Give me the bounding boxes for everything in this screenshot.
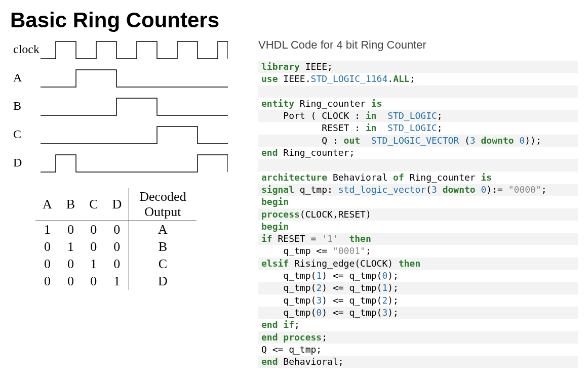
code-token: Ring_counter	[283, 147, 349, 158]
code-token: STD_LOGIC	[387, 110, 437, 121]
code-token: entity	[261, 98, 300, 109]
code-token: 0	[382, 270, 387, 281]
code-token: q_tmp(	[261, 307, 316, 318]
code-token: "0000"	[508, 184, 541, 195]
truth-header-b: B	[59, 188, 82, 221]
code-token: begin	[261, 221, 289, 232]
wave-row-a: A	[10, 67, 248, 88]
code-token: 3	[470, 135, 476, 146]
code-token: ):=	[486, 184, 508, 195]
code-token: ;	[322, 332, 327, 343]
code-token: ));	[525, 135, 541, 146]
table-row: 1000A	[35, 221, 197, 239]
wave-label-d: D	[10, 156, 41, 169]
code-token: q_tmp(	[261, 282, 316, 293]
truth-cell: 1	[105, 273, 129, 290]
code-block: library IEEE;use IEEE.STD_LOGIC_1164.ALL…	[258, 61, 578, 368]
code-token: then	[349, 233, 371, 244]
code-token: );	[387, 307, 399, 318]
code-token: STD_LOGIC	[387, 122, 437, 133]
code-line: q_tmp(2) <= q_tmp(1);	[258, 282, 578, 294]
code-token: .	[387, 73, 393, 84]
code-token: q_tmp <=	[261, 245, 333, 256]
truth-output-cell: C	[129, 256, 197, 273]
truth-cell: 0	[105, 238, 129, 256]
decoded-top: Decoded	[139, 189, 186, 204]
code-line: q_tmp(0) <= q_tmp(3);	[258, 307, 578, 319]
truth-header-decoded: Decoded Output	[129, 188, 197, 221]
code-token: out	[344, 135, 361, 146]
code-line: process(CLOCK,RESET)	[258, 208, 578, 221]
code-token: .	[305, 73, 311, 84]
signal-a-waveform-icon	[41, 67, 228, 88]
code-line: Q <= q_tmp;	[258, 344, 578, 356]
code-line: Port ( CLOCK : in STD_LOGIC;	[258, 110, 578, 122]
truth-cell: 1	[59, 238, 82, 256]
wave-row-d: D	[10, 152, 248, 173]
code-token: ;	[541, 184, 547, 195]
wave-row-b: B	[10, 95, 248, 116]
code-token	[377, 110, 388, 121]
code-token: Rising_edge(CLOCK)	[294, 258, 399, 269]
truth-cell: 0	[59, 256, 82, 273]
table-row: 0100B	[35, 238, 197, 256]
code-token: 2	[316, 282, 322, 293]
code-token: downto	[443, 184, 476, 195]
code-token: process	[261, 209, 300, 220]
code-title: VHDL Code for 4 bit Ring Counter	[258, 38, 578, 52]
code-token: ;	[349, 147, 355, 158]
code-token: STD_LOGIC_VECTOR	[371, 135, 459, 146]
page-title: Basic Ring Counters	[10, 8, 578, 32]
code-line: end Behavioral;	[258, 356, 578, 368]
code-line: elsif Rising_edge(CLOCK) then	[258, 258, 578, 270]
code-token: architecture	[261, 172, 333, 183]
code-token	[476, 135, 481, 146]
code-token: in	[366, 122, 377, 133]
code-token	[377, 122, 388, 133]
code-line: architecture Behavioral of Ring_counter …	[258, 172, 578, 184]
code-token: Behavioral	[283, 356, 338, 367]
code-token: "0001"	[333, 245, 366, 256]
code-line	[258, 159, 578, 171]
code-token: IEEE	[283, 73, 305, 84]
truth-cell: 0	[105, 256, 129, 273]
truth-cell: 0	[35, 256, 59, 273]
truth-header-c: C	[82, 188, 105, 221]
code-line: Q : out STD_LOGIC_VECTOR (3 downto 0));	[258, 135, 578, 147]
code-token: downto	[481, 135, 514, 146]
code-token	[437, 184, 443, 195]
wave-label-clock: clock	[10, 42, 41, 56]
signal-c-waveform-icon	[41, 123, 228, 145]
code-line: q_tmp(3) <= q_tmp(2);	[258, 294, 578, 307]
code-line: begin	[258, 221, 578, 233]
code-token: q_tmp:	[300, 184, 338, 195]
truth-cell: 0	[35, 238, 59, 256]
truth-body: 1000A0100B0010C0001D	[35, 221, 197, 290]
code-token: end	[261, 147, 283, 158]
code-token: Port ( CLOCK :	[261, 110, 366, 121]
code-token: Q :	[261, 135, 344, 146]
table-row: 0010C	[35, 256, 197, 273]
code-line: end process;	[258, 331, 578, 344]
truth-cell: 0	[82, 238, 105, 256]
code-token: end process	[261, 332, 322, 343]
truth-cell: 0	[35, 273, 59, 290]
code-line: q_tmp(1) <= q_tmp(0);	[258, 270, 578, 282]
right-column: VHDL Code for 4 bit Ring Counter library…	[258, 38, 578, 368]
wave-label-b: B	[10, 99, 41, 113]
left-column: clock A B C	[10, 38, 248, 368]
code-token: ) <= q_tmp(	[322, 270, 382, 281]
wave-label-a: A	[10, 71, 41, 84]
code-token: );	[387, 295, 399, 306]
truth-table: A B C D Decoded Output 1000A0100B0010C00…	[10, 188, 248, 290]
code-token: ;	[366, 245, 371, 256]
code-line: entity Ring_counter is	[258, 98, 578, 110]
code-token: (CLOCK,RESET)	[300, 209, 371, 220]
code-token: );	[387, 282, 399, 293]
signal-b-waveform-icon	[41, 95, 228, 116]
table-row: 0001D	[35, 273, 197, 290]
code-token: STD_LOGIC_1164	[311, 73, 388, 84]
code-token: ) <= q_tmp(	[322, 307, 382, 318]
code-token: Ring_counter	[300, 98, 371, 109]
code-token: of	[393, 172, 410, 183]
